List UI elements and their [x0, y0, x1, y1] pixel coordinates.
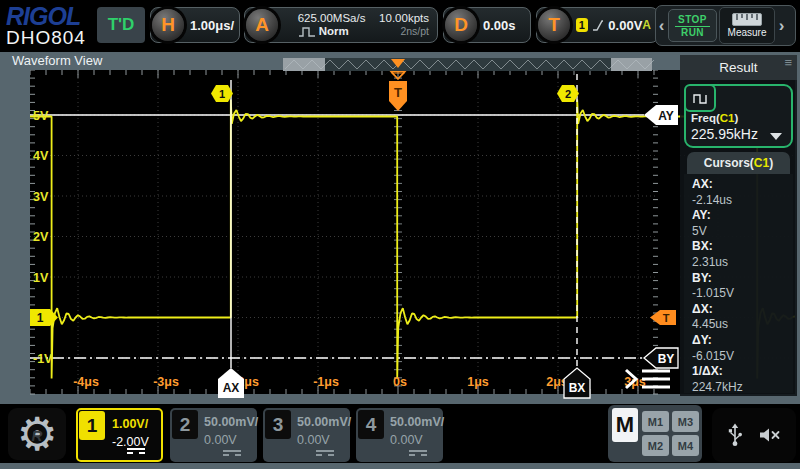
channel2-button[interactable]: 2 50.00mV/ 0.00V: [170, 408, 257, 462]
math2-button[interactable]: M2: [642, 435, 669, 456]
svg-text:5V: 5V: [33, 109, 49, 123]
cursor-row-value: -2.14us: [692, 193, 793, 209]
math3-button[interactable]: M3: [672, 411, 699, 432]
horizontal-scale: 1.00μs/: [190, 18, 234, 33]
settings-gear-button[interactable]: ⚙R: [8, 408, 66, 460]
cursor-row-label: ΔY:: [692, 333, 793, 349]
cursor-row-label: AY:: [692, 208, 793, 224]
math-group: M M1 M3 M2 M4: [608, 405, 702, 462]
channel1-scale: 1.00V/: [112, 417, 148, 431]
speaker-muted-icon[interactable]: [759, 427, 781, 443]
cursor-row-value: -1.015V: [692, 286, 793, 302]
cursor-row-value: 2.31us: [692, 255, 793, 271]
top-status-bar: RIGOL T'D H 1.00μs/ A 625.00MSa/s Norm 1…: [0, 0, 800, 52]
cursors-tab[interactable]: Cursors(C1): [687, 152, 790, 174]
measure-label: Measure: [728, 28, 767, 38]
bottom-channel-bar: ⚙R 1 1.00V/ -2.00V 2 50.00mV/ 0.00V 3 50…: [0, 404, 800, 463]
ruler-icon: [732, 13, 762, 26]
channel4-badge: 4: [358, 410, 384, 439]
freq-measurement-icon-tab: [684, 84, 716, 112]
svg-text:BX: BX: [569, 381, 586, 395]
channel4-button[interactable]: 4 50.00mV/ 0.00V: [356, 408, 443, 462]
result-title: Result: [719, 60, 757, 75]
channel3-button[interactable]: 3 50.00mV/ 0.00V: [263, 408, 350, 462]
svg-text:0s: 0s: [393, 375, 407, 389]
oscilloscope-screen: RIGOL T'D H 1.00μs/ A 625.00MSa/s Norm 1…: [0, 0, 800, 469]
cursor-row-label: 1/ΔX:: [692, 364, 793, 380]
svg-text:4V: 4V: [33, 149, 49, 163]
timebase-overview-strip[interactable]: [283, 58, 655, 71]
channel3-scale: 50.00mV/: [297, 415, 351, 429]
math-button[interactable]: M: [612, 408, 638, 442]
horizontal-settings-pill[interactable]: H 1.00μs/: [150, 7, 240, 43]
acquisition-knob[interactable]: A: [246, 9, 278, 41]
math4-button[interactable]: M4: [672, 435, 699, 456]
horizontal-knob[interactable]: H: [152, 9, 184, 41]
dc-coupling-icon: [316, 450, 334, 456]
dropdown-caret-icon[interactable]: [770, 133, 782, 140]
delay-value: 0.00s: [483, 18, 516, 33]
trigger-status-indicator: T'D: [97, 7, 145, 43]
svg-text:1μs: 1μs: [467, 375, 489, 389]
svg-text:-1μs: -1μs: [313, 375, 339, 389]
cursor-row-label: BX:: [692, 239, 793, 255]
stop-label: STOP: [675, 14, 710, 27]
svg-text:1V: 1V: [33, 271, 49, 285]
hamburger-icon[interactable]: ≡: [784, 59, 792, 67]
svg-text:BY: BY: [658, 352, 675, 366]
svg-text:-3μs: -3μs: [153, 375, 179, 389]
run-label: RUN: [681, 27, 704, 38]
rising-edge-icon: [592, 18, 604, 32]
svg-text:T: T: [663, 312, 670, 324]
channel4-scale: 50.00mV/: [390, 415, 444, 429]
cursor-row-value: -6.015V: [692, 349, 793, 365]
chevron-right-icon[interactable]: ›: [776, 17, 787, 34]
svg-text:-4μs: -4μs: [73, 375, 99, 389]
measure-button[interactable]: Measure: [719, 7, 775, 44]
trigger-knob[interactable]: T: [538, 9, 570, 41]
cursor-row-value: 5V: [692, 224, 793, 240]
acquisition-mode: Norm: [319, 25, 349, 38]
usb-icon: [727, 423, 743, 447]
svg-text:T: T: [394, 85, 402, 100]
channel2-scale: 50.00mV/: [204, 415, 258, 429]
quick-action-cluster: ‹ STOP RUN Measure ›: [655, 5, 796, 46]
channel1-button[interactable]: 1 1.00V/ -2.00V: [76, 408, 163, 462]
view-title: Waveform View: [12, 53, 102, 68]
trigger-level-value: 0.00V: [608, 18, 642, 33]
cursor-row-value: 4.45us: [692, 317, 793, 333]
channel3-offset: 0.00V: [297, 433, 330, 447]
svg-text:-1V: -1V: [33, 352, 53, 366]
trigger-settings-pill[interactable]: T 1 0.00V A: [536, 7, 659, 43]
chevron-left-icon[interactable]: ‹: [656, 17, 667, 34]
acquisition-settings-pill[interactable]: A 625.00MSa/s Norm 10.00kpts 2ns/pt: [244, 7, 438, 43]
channel4-offset: 0.00V: [390, 433, 423, 447]
stop-run-button[interactable]: STOP RUN: [668, 9, 717, 42]
memory-depth: 10.00kpts: [379, 12, 429, 25]
channel2-offset: 0.00V: [204, 433, 237, 447]
trigger-source-badge: 1: [576, 18, 588, 32]
svg-text:1: 1: [37, 311, 44, 325]
cursor-row-label: ΔX:: [692, 302, 793, 318]
cursor-values-list: AX: -2.14us AY: 5V BX: 2.31us BY: -1.015…: [684, 174, 793, 393]
trigger-coupling: A: [642, 18, 651, 32]
svg-text:AX: AX: [223, 381, 240, 395]
result-panel-header: Result ≡: [680, 55, 797, 80]
channel3-badge: 3: [265, 410, 291, 439]
dc-coupling-icon: [409, 450, 427, 456]
math1-button[interactable]: M1: [642, 411, 669, 432]
freq-measurement-value: 225.95kHz: [691, 126, 758, 142]
cursor-row-label: BY:: [692, 271, 793, 287]
pulse-icon: [298, 26, 316, 38]
sample-resolution: 2ns/pt: [379, 25, 429, 38]
cursor-row-value: 224.7kHz: [692, 380, 793, 396]
cursor-row-label: AX:: [692, 177, 793, 193]
svg-text:1: 1: [219, 88, 225, 100]
delay-knob[interactable]: D: [445, 9, 477, 41]
dc-coupling-icon: [127, 448, 145, 454]
channel2-badge: 2: [172, 410, 198, 439]
waveform-icon: [692, 92, 708, 105]
channel1-offset: -2.00V: [112, 435, 149, 449]
delay-settings-pill[interactable]: D 0.00s: [443, 7, 531, 43]
svg-text:AY: AY: [658, 109, 674, 123]
